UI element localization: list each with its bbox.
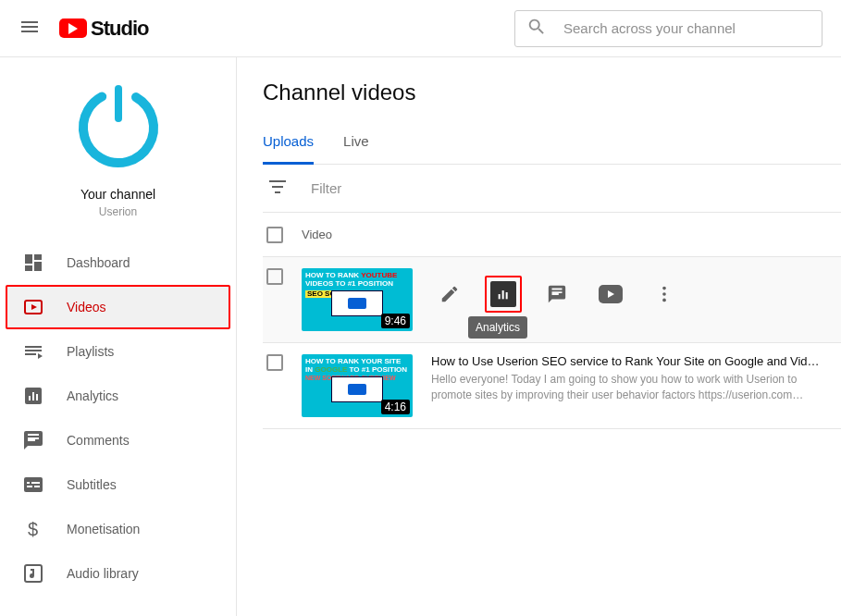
- videos-icon: [22, 296, 44, 318]
- sidebar-item-label: Videos: [67, 300, 106, 314]
- sidebar-item-audio-library[interactable]: Audio library: [0, 551, 236, 596]
- svg-rect-9: [34, 486, 40, 487]
- svg-rect-16: [506, 292, 508, 299]
- analytics-icon: [490, 281, 516, 307]
- sidebar-item-label: Playlists: [67, 344, 114, 359]
- video-title: How to Use Userion SEO service to Rank Y…: [431, 354, 822, 368]
- svg-point-18: [662, 287, 666, 290]
- sidebar-item-label: Comments: [67, 433, 130, 448]
- watch-on-youtube-button[interactable]: [592, 276, 629, 313]
- row-actions: [431, 276, 822, 313]
- video-thumbnail[interactable]: HOW TO RANK YOUTUBE VIDEOS TO #1 POSITIO…: [302, 268, 413, 331]
- svg-rect-4: [29, 396, 31, 400]
- channel-avatar[interactable]: [67, 74, 170, 178]
- playlists-icon: [22, 340, 44, 363]
- filter-icon[interactable]: [266, 176, 289, 201]
- search-icon: [526, 17, 547, 40]
- video-row[interactable]: HOW TO RANK YOUTUBE VIDEOS TO #1 POSITIO…: [263, 257, 841, 343]
- filter-row: [263, 165, 841, 213]
- svg-rect-1: [115, 85, 122, 122]
- main-content: Channel videos Uploads Live Video HOW TO…: [237, 57, 841, 616]
- filter-input[interactable]: [311, 180, 487, 196]
- comments-button[interactable]: [538, 276, 575, 313]
- svg-rect-8: [27, 486, 32, 487]
- svg-point-19: [662, 292, 666, 296]
- search-input[interactable]: [563, 20, 810, 36]
- sidebar-item-label: Dashboard: [67, 255, 130, 270]
- sidebar: Your channel Userion Dashboard Videos Pl…: [0, 57, 237, 616]
- tabs: Uploads Live: [263, 133, 841, 165]
- comments-icon: [22, 429, 44, 451]
- sidebar-item-monetisation[interactable]: $ Monetisation: [0, 507, 236, 551]
- youtube-play-icon: [59, 18, 87, 38]
- sidebar-item-subtitles[interactable]: Subtitles: [0, 462, 236, 507]
- sidebar-item-label: Monetisation: [67, 522, 140, 536]
- select-all-checkbox[interactable]: [266, 227, 283, 243]
- dashboard-icon: [22, 252, 44, 274]
- channel-title: Your channel: [80, 187, 155, 202]
- svg-rect-5: [32, 392, 34, 400]
- more-options-button[interactable]: [646, 276, 683, 313]
- sidebar-item-analytics[interactable]: Analytics: [0, 374, 236, 418]
- svg-rect-11: [31, 482, 40, 484]
- sidebar-nav: Dashboard Videos Playlists Analytics Com…: [0, 240, 236, 596]
- video-description: Hello everyone! Today I am going to show…: [431, 372, 822, 403]
- svg-rect-7: [24, 477, 43, 492]
- header: Studio: [0, 0, 841, 57]
- sidebar-item-label: Analytics: [67, 388, 118, 403]
- svg-text:$: $: [28, 519, 38, 539]
- edit-button[interactable]: [431, 276, 468, 313]
- sidebar-item-playlists[interactable]: Playlists: [0, 329, 236, 374]
- hamburger-icon[interactable]: [19, 16, 41, 41]
- subtitles-icon: [22, 474, 44, 496]
- tab-uploads[interactable]: Uploads: [263, 133, 314, 165]
- youtube-studio-logo[interactable]: Studio: [59, 17, 148, 41]
- video-duration: 9:46: [381, 314, 410, 328]
- search-field[interactable]: [514, 10, 822, 47]
- channel-avatar-section: Your channel Userion: [0, 74, 236, 218]
- video-row[interactable]: HOW TO RANK YOUR SITE IN GOOGLE TO #1 PO…: [263, 343, 841, 429]
- logo-text: Studio: [91, 17, 148, 41]
- video-duration: 4:16: [381, 400, 410, 414]
- sidebar-item-comments[interactable]: Comments: [0, 418, 236, 462]
- channel-name: Userion: [99, 205, 137, 218]
- tab-live[interactable]: Live: [343, 133, 369, 164]
- svg-rect-6: [36, 394, 38, 400]
- svg-rect-15: [502, 290, 504, 299]
- row-checkbox[interactable]: [266, 268, 283, 285]
- sidebar-item-label: Audio library: [67, 566, 139, 581]
- sidebar-item-dashboard[interactable]: Dashboard: [0, 240, 236, 285]
- analytics-tooltip: Analytics: [468, 316, 527, 339]
- table-header: Video: [263, 213, 841, 257]
- page-title: Channel videos: [263, 80, 841, 105]
- analytics-button[interactable]: [485, 276, 522, 313]
- svg-point-20: [662, 299, 666, 302]
- analytics-icon: [22, 385, 44, 407]
- svg-rect-10: [27, 482, 30, 484]
- monetisation-icon: $: [22, 518, 44, 540]
- column-video: Video: [302, 228, 332, 241]
- svg-rect-14: [499, 294, 501, 299]
- audio-library-icon: [22, 562, 44, 585]
- video-thumbnail[interactable]: HOW TO RANK YOUR SITE IN GOOGLE TO #1 PO…: [302, 354, 413, 417]
- row-checkbox[interactable]: [266, 354, 283, 371]
- sidebar-item-videos[interactable]: Videos: [6, 285, 230, 329]
- sidebar-item-label: Subtitles: [67, 477, 117, 492]
